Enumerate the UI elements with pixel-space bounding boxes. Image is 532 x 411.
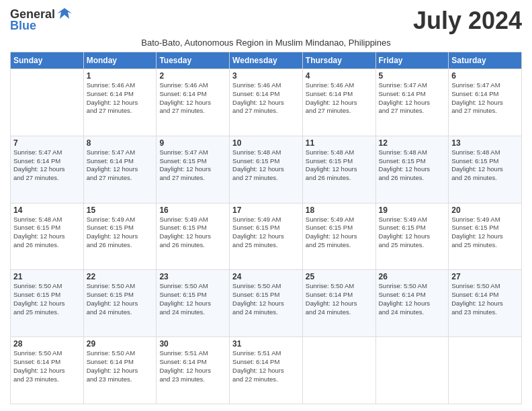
day-info: Sunrise: 5:49 AMSunset: 6:15 PMDaylight:…: [232, 216, 300, 250]
day-info: Sunrise: 5:46 AMSunset: 6:14 PMDaylight:…: [159, 81, 226, 116]
logo-bird-icon: [57, 7, 72, 21]
day-info: Sunrise: 5:48 AMSunset: 6:15 PMDaylight:…: [379, 148, 446, 183]
day-info: Sunrise: 5:47 AMSunset: 6:14 PMDaylight:…: [451, 81, 519, 116]
day-info: Sunrise: 5:47 AMSunset: 6:14 PMDaylight:…: [13, 148, 81, 183]
col-friday: Friday: [375, 52, 449, 69]
day-number: 3: [232, 71, 300, 81]
day-number: 25: [306, 272, 373, 281]
table-cell: 26Sunrise: 5:50 AMSunset: 6:14 PMDayligh…: [375, 270, 449, 337]
table-cell: 30Sunrise: 5:51 AMSunset: 6:14 PMDayligh…: [157, 337, 230, 404]
day-info: Sunrise: 5:50 AMSunset: 6:15 PMDaylight:…: [232, 282, 300, 316]
day-info: Sunrise: 5:47 AMSunset: 6:14 PMDaylight:…: [379, 81, 446, 116]
calendar-week-row: 21Sunrise: 5:50 AMSunset: 6:15 PMDayligh…: [11, 270, 522, 337]
day-number: 10: [232, 138, 300, 148]
table-cell: [11, 69, 84, 136]
table-cell: 24Sunrise: 5:50 AMSunset: 6:15 PMDayligh…: [230, 270, 303, 337]
day-number: 26: [379, 272, 446, 281]
day-info: Sunrise: 5:49 AMSunset: 6:15 PMDaylight:…: [451, 216, 519, 250]
day-info: Sunrise: 5:48 AMSunset: 6:15 PMDaylight:…: [306, 148, 373, 183]
day-number: 14: [13, 205, 81, 215]
day-info: Sunrise: 5:51 AMSunset: 6:14 PMDaylight:…: [159, 349, 226, 383]
table-cell: 9Sunrise: 5:47 AMSunset: 6:15 PMDaylight…: [157, 136, 230, 203]
table-cell: 15Sunrise: 5:49 AMSunset: 6:15 PMDayligh…: [83, 203, 157, 270]
day-number: 15: [87, 205, 154, 215]
day-info: Sunrise: 5:50 AMSunset: 6:14 PMDaylight:…: [379, 282, 446, 316]
table-cell: 8Sunrise: 5:47 AMSunset: 6:14 PMDaylight…: [83, 136, 157, 203]
day-number: 21: [13, 272, 81, 281]
calendar-table: Sunday Monday Tuesday Wednesday Thursday…: [10, 52, 522, 404]
day-info: Sunrise: 5:50 AMSunset: 6:15 PMDaylight:…: [87, 282, 154, 316]
table-cell: 10Sunrise: 5:48 AMSunset: 6:15 PMDayligh…: [230, 136, 303, 203]
logo-blue-text: Blue: [10, 19, 36, 33]
day-number: 22: [87, 272, 154, 281]
col-saturday: Saturday: [449, 52, 522, 69]
table-cell: 1Sunrise: 5:46 AMSunset: 6:14 PMDaylight…: [83, 69, 157, 136]
calendar-header-row: Sunday Monday Tuesday Wednesday Thursday…: [11, 52, 522, 69]
day-info: Sunrise: 5:50 AMSunset: 6:15 PMDaylight:…: [159, 282, 226, 316]
calendar-week-row: 1Sunrise: 5:46 AMSunset: 6:14 PMDaylight…: [11, 69, 522, 136]
table-cell: [302, 337, 375, 404]
table-cell: 16Sunrise: 5:49 AMSunset: 6:15 PMDayligh…: [157, 203, 230, 270]
day-number: 20: [451, 205, 519, 215]
table-cell: 21Sunrise: 5:50 AMSunset: 6:15 PMDayligh…: [11, 270, 84, 337]
table-cell: 25Sunrise: 5:50 AMSunset: 6:14 PMDayligh…: [302, 270, 375, 337]
day-number: 29: [87, 339, 154, 349]
table-cell: 7Sunrise: 5:47 AMSunset: 6:14 PMDaylight…: [11, 136, 84, 203]
day-number: 28: [13, 339, 81, 349]
day-number: 8: [87, 138, 154, 148]
calendar-page: General Blue July 2024 Bato-Bato, Autono…: [0, 0, 532, 411]
table-cell: 29Sunrise: 5:50 AMSunset: 6:14 PMDayligh…: [83, 337, 157, 404]
table-cell: [449, 337, 522, 404]
day-number: 6: [451, 71, 519, 81]
header: General Blue July 2024: [10, 7, 522, 35]
day-info: Sunrise: 5:46 AMSunset: 6:14 PMDaylight:…: [306, 81, 373, 116]
calendar-week-row: 7Sunrise: 5:47 AMSunset: 6:14 PMDaylight…: [11, 136, 522, 203]
day-info: Sunrise: 5:50 AMSunset: 6:14 PMDaylight:…: [13, 349, 81, 383]
day-info: Sunrise: 5:49 AMSunset: 6:15 PMDaylight:…: [159, 216, 226, 250]
day-number: 4: [306, 71, 373, 81]
col-wednesday: Wednesday: [230, 52, 303, 69]
day-info: Sunrise: 5:49 AMSunset: 6:15 PMDaylight:…: [306, 216, 373, 250]
day-info: Sunrise: 5:51 AMSunset: 6:14 PMDaylight:…: [232, 349, 300, 383]
calendar-week-row: 14Sunrise: 5:48 AMSunset: 6:15 PMDayligh…: [11, 203, 522, 270]
day-info: Sunrise: 5:48 AMSunset: 6:15 PMDaylight:…: [451, 148, 519, 183]
col-monday: Monday: [83, 52, 157, 69]
day-info: Sunrise: 5:48 AMSunset: 6:15 PMDaylight:…: [13, 216, 81, 250]
table-cell: 17Sunrise: 5:49 AMSunset: 6:15 PMDayligh…: [230, 203, 303, 270]
table-cell: 20Sunrise: 5:49 AMSunset: 6:15 PMDayligh…: [449, 203, 522, 270]
table-cell: 12Sunrise: 5:48 AMSunset: 6:15 PMDayligh…: [375, 136, 449, 203]
day-number: 13: [451, 138, 519, 148]
table-cell: 23Sunrise: 5:50 AMSunset: 6:15 PMDayligh…: [157, 270, 230, 337]
day-info: Sunrise: 5:47 AMSunset: 6:14 PMDaylight:…: [87, 148, 154, 183]
table-cell: 5Sunrise: 5:47 AMSunset: 6:14 PMDaylight…: [375, 69, 449, 136]
day-number: 19: [379, 205, 446, 215]
svg-marker-0: [57, 8, 72, 19]
day-number: 30: [159, 339, 226, 349]
table-cell: [375, 337, 449, 404]
table-cell: 6Sunrise: 5:47 AMSunset: 6:14 PMDaylight…: [449, 69, 522, 136]
day-number: 31: [232, 339, 300, 349]
col-thursday: Thursday: [302, 52, 375, 69]
day-number: 9: [159, 138, 226, 148]
day-number: 1: [87, 71, 154, 81]
day-number: 11: [306, 138, 373, 148]
day-info: Sunrise: 5:50 AMSunset: 6:14 PMDaylight:…: [87, 349, 154, 383]
day-number: 5: [379, 71, 446, 81]
table-cell: 28Sunrise: 5:50 AMSunset: 6:14 PMDayligh…: [11, 337, 84, 404]
table-cell: 13Sunrise: 5:48 AMSunset: 6:15 PMDayligh…: [449, 136, 522, 203]
day-number: 7: [13, 138, 81, 148]
col-tuesday: Tuesday: [157, 52, 230, 69]
table-cell: 18Sunrise: 5:49 AMSunset: 6:15 PMDayligh…: [302, 203, 375, 270]
day-number: 12: [379, 138, 446, 148]
day-info: Sunrise: 5:48 AMSunset: 6:15 PMDaylight:…: [232, 148, 300, 183]
day-info: Sunrise: 5:50 AMSunset: 6:15 PMDaylight:…: [13, 282, 81, 316]
day-number: 2: [159, 71, 226, 81]
calendar-week-row: 28Sunrise: 5:50 AMSunset: 6:14 PMDayligh…: [11, 337, 522, 404]
day-number: 18: [306, 205, 373, 215]
table-cell: 31Sunrise: 5:51 AMSunset: 6:14 PMDayligh…: [230, 337, 303, 404]
table-cell: 22Sunrise: 5:50 AMSunset: 6:15 PMDayligh…: [83, 270, 157, 337]
day-info: Sunrise: 5:50 AMSunset: 6:14 PMDaylight:…: [451, 282, 519, 316]
table-cell: 4Sunrise: 5:46 AMSunset: 6:14 PMDaylight…: [302, 69, 375, 136]
day-number: 24: [232, 272, 300, 281]
month-title: July 2024: [413, 7, 522, 35]
